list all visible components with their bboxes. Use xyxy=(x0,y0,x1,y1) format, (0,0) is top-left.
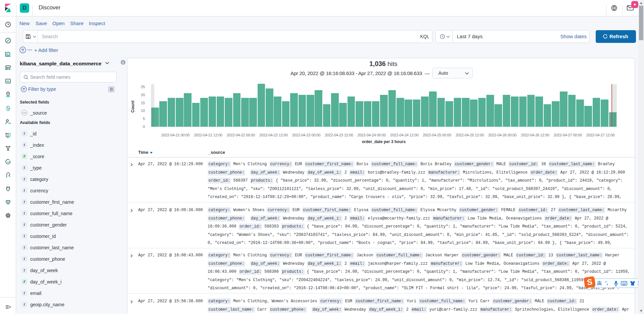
svg-text:2022-04-25 12:00: 2022-04-25 12:00 xyxy=(455,133,484,137)
svg-text:2022-04-23 00:00: 2022-04-23 00:00 xyxy=(292,133,320,137)
svg-text:2022-04-22 12:00: 2022-04-22 12:00 xyxy=(259,133,287,137)
svg-text:2022-04-27 12:00: 2022-04-27 12:00 xyxy=(586,133,614,137)
svg-text:2022-04-26 00:00: 2022-04-26 00:00 xyxy=(488,133,517,137)
svg-text:15: 15 xyxy=(141,101,145,105)
svg-text:2022-04-21 00:00: 2022-04-21 00:00 xyxy=(161,133,190,137)
svg-text:5: 5 xyxy=(143,117,145,121)
svg-text:2022-04-25 00:00: 2022-04-25 00:00 xyxy=(423,133,451,137)
svg-text:2022-04-21 12:00: 2022-04-21 12:00 xyxy=(194,133,222,137)
svg-text:0: 0 xyxy=(143,125,145,129)
svg-text:2022-04-26 12:00: 2022-04-26 12:00 xyxy=(521,133,549,137)
svg-text:2022-04-24 12:00: 2022-04-24 12:00 xyxy=(390,133,418,137)
svg-text:Count: Count xyxy=(130,100,135,113)
svg-text:2022-04-24 00:00: 2022-04-24 00:00 xyxy=(358,133,386,137)
svg-text:2022-04-27 00:00: 2022-04-27 00:00 xyxy=(554,133,582,137)
svg-text:order_date per 3 hours: order_date per 3 hours xyxy=(362,139,406,144)
svg-text:2022-04-23 12:00: 2022-04-23 12:00 xyxy=(325,133,353,137)
svg-text:25: 25 xyxy=(141,85,145,89)
svg-text:10: 10 xyxy=(141,109,145,113)
svg-text:20: 20 xyxy=(141,93,145,97)
svg-text:2022-04-22 00:00: 2022-04-22 00:00 xyxy=(227,133,255,137)
